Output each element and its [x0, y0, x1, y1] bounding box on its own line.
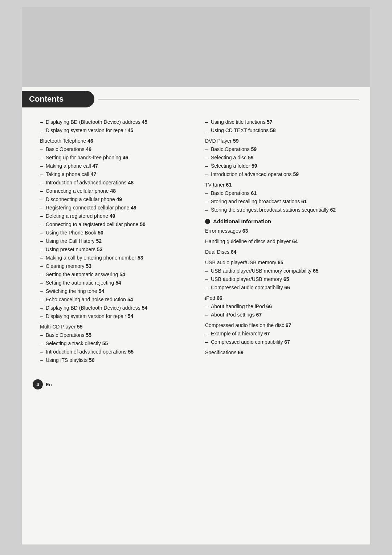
toc-sub-item: Using preset numbers 53: [40, 246, 194, 253]
toc-sub-item: Selecting a folder 59: [205, 162, 359, 170]
toc-plain-item: Handling guideline of discs and player 6…: [205, 238, 359, 245]
section-header: Additional Information: [205, 218, 359, 224]
header-bar: Contents: [22, 87, 370, 111]
header-line: [98, 99, 359, 99]
toc-sub-item: USB audio player/USB memory 65: [205, 276, 359, 283]
toc-sub-item: Switching the ring tone 54: [40, 287, 194, 295]
toc-sub-item: Basic Operations 46: [40, 146, 194, 153]
toc-sub-item: Using the Call History 52: [40, 237, 194, 245]
toc-sub-item: Introduction of advanced operations 55: [40, 348, 194, 356]
toc-sub-item: USB audio player/USB memory compatibilit…: [205, 267, 359, 275]
page-number: 4: [36, 382, 39, 387]
toc-sub-item: Using ITS playlists 56: [40, 356, 194, 364]
toc-sub-item: Displaying system version for repair 54: [40, 313, 194, 320]
toc-sub-item: Connecting a cellular phone 48: [40, 187, 194, 195]
toc-sub-item: Introduction of advanced operations 48: [40, 179, 194, 187]
toc-sub-item: Registering connected cellular phone 49: [40, 204, 194, 212]
content-area: Displaying BD (Bluetooth Device) address…: [22, 111, 370, 376]
toc-plain-item: Dual Discs 64: [205, 248, 359, 256]
toc-sub-item: Making a phone call 47: [40, 162, 194, 170]
toc-sub-item: Making a call by entering phone number 5…: [40, 254, 194, 262]
page-container: Contents Displaying BD (Bluetooth Device…: [22, 7, 370, 544]
toc-sub-item: Setting up for hands-free phoning 46: [40, 154, 194, 162]
gray-top-area: [22, 7, 370, 87]
toc-sub-item: Using the Phone Book 50: [40, 229, 194, 237]
footer: 4 En: [22, 376, 370, 393]
toc-sub-item: Selecting a track directly 55: [40, 340, 194, 347]
left-column: Displaying BD (Bluetooth Device) address…: [40, 118, 194, 365]
toc-plain-item: Specifications 69: [205, 349, 359, 356]
toc-sub-item: Displaying system version for repair 45: [40, 127, 194, 134]
toc-sub-item: Setting the automatic answering 54: [40, 271, 194, 278]
toc-plain-item: Compressed audio files on the disc 67: [205, 322, 359, 329]
toc-sub-item: About handling the iPod 66: [205, 303, 359, 310]
toc-sub-item: Compressed audio compatibility 66: [205, 284, 359, 291]
toc-section: DVD Player 59: [205, 137, 359, 145]
toc-sub-item: About iPod settings 67: [205, 311, 359, 319]
toc-sub-item: Echo canceling and noise reduction 54: [40, 296, 194, 303]
toc-section: Bluetooth Telephone 46: [40, 137, 194, 145]
page-number-badge: 4: [33, 379, 43, 389]
toc-sub-item: Example of a hierarchy 67: [205, 330, 359, 338]
toc-plain-item: iPod 66: [205, 294, 359, 302]
toc-plain-item: USB audio player/USB memory 65: [205, 259, 359, 266]
toc-sub-item: Basic Operations 59: [205, 146, 359, 153]
header-title: Contents: [22, 91, 94, 107]
toc-sub-item: Basic Operations 61: [205, 189, 359, 197]
title-text: Contents: [29, 94, 64, 104]
toc-sub-item: Compressed audio compatibility 67: [205, 338, 359, 346]
toc-sub-item: Clearing memory 53: [40, 262, 194, 270]
toc-sub-item: Taking a phone call 47: [40, 171, 194, 178]
section-header-label: Additional Information: [213, 218, 271, 224]
toc-sub-item: Setting the automatic rejecting 54: [40, 279, 194, 287]
toc-section: Multi-CD Player 55: [40, 323, 194, 331]
toc-sub-item: Connecting to a registered cellular phon…: [40, 221, 194, 228]
toc-section: TV tuner 61: [205, 181, 359, 189]
toc-sub-item: Selecting a disc 59: [205, 154, 359, 162]
toc-sub-item: Using disc title functions 57: [205, 118, 359, 126]
toc-sub-item: Introduction of advanced operations 59: [205, 171, 359, 178]
toc-sub-item: Displaying BD (Bluetooth Device) address…: [40, 118, 194, 126]
toc-sub-item: Disconnecting a cellular phone 49: [40, 196, 194, 203]
toc-sub-item: Basic Operations 55: [40, 331, 194, 339]
toc-plain-item: Error messages 63: [205, 227, 359, 235]
footer-lang: En: [46, 382, 52, 387]
toc-sub-item: Using CD TEXT functions 58: [205, 127, 359, 134]
toc-sub-item: Storing the strongest broadcast stations…: [205, 206, 359, 214]
toc-sub-item: Storing and recalling broadcast stations…: [205, 198, 359, 205]
toc-sub-item: Deleting a registered phone 49: [40, 212, 194, 220]
bullet-icon: [205, 219, 210, 224]
right-column: Using disc title functions 57Using CD TE…: [205, 118, 359, 365]
toc-sub-item: Displaying BD (Bluetooth Device) address…: [40, 304, 194, 312]
